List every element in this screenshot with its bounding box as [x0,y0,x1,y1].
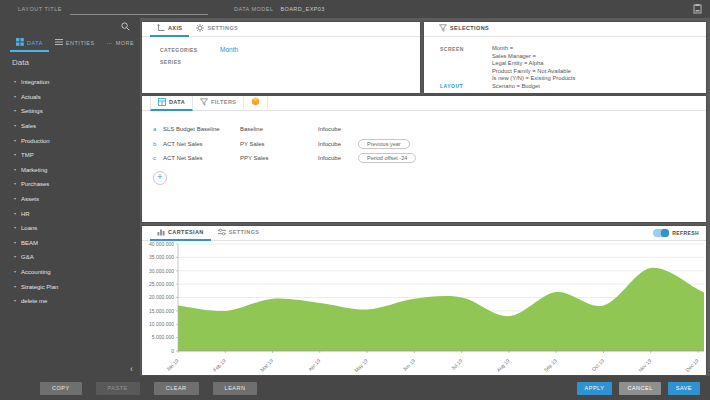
sidebar-item-production[interactable]: ▾Production [0,133,140,148]
svg-text:Oct 19: Oct 19 [591,357,606,372]
svg-text:Sep 19: Sep 19 [542,357,558,373]
svg-text:Feb 19: Feb 19 [212,357,227,372]
selections-content: SCREEN Month =Sales Manager =Legal Entit… [424,37,706,90]
sidebar-item-beam[interactable]: ▾BEAM [0,236,140,251]
sidebar-item-label: Production [21,138,50,144]
data-block-row[interactable]: bACT Net SalesPY SalesInfocubePrevious y… [153,137,706,152]
chart-panel-header: CARTESIAN SETTINGS REFRESH [142,226,706,241]
block-name: ACT Net Sales [163,155,240,161]
sidebar-item-integration[interactable]: ▾Integration [0,75,140,90]
tab-label: AXIS [168,25,182,31]
sidebar-item-label: HR [21,211,30,217]
apply-button[interactable]: APPLY [577,382,613,395]
sidebar-item-hr[interactable]: ▾HR [0,206,140,221]
svg-text:Dec 19: Dec 19 [684,357,700,373]
tab-label: SETTINGS [207,25,238,31]
selections-panel-header: SELECTIONS [424,22,706,37]
collapse-sidebar-icon[interactable]: ‹ [130,365,133,374]
block-letter: b [153,141,163,147]
funnel-icon [200,98,208,107]
caret-down-icon: ▾ [14,124,16,128]
selections-title: SELECTIONS [432,22,496,37]
caret-down-icon: ▾ [14,168,16,172]
search-icon[interactable] [121,22,130,31]
layout-link[interactable]: LAYOUT [440,83,463,89]
sidebar-item-label: Actuals [21,94,41,100]
svg-text:Jul 19: Jul 19 [450,357,464,371]
learn-button[interactable]: LEARN [213,382,258,395]
data-block-row[interactable]: aSLS Budget BaselineBaselineInfocube [153,122,706,137]
tab-blocks[interactable] [244,96,268,111]
footer-left-buttons: COPYPASTECLEARLEARN [40,382,257,395]
tab-cartesian[interactable]: CARTESIAN [150,226,211,241]
sidebar-tabs: DATA ENTITIES ⋯ MORE [0,35,140,52]
gear-icon [196,24,204,33]
sidebar-item-g-a[interactable]: ▾G&A [0,250,140,265]
sidebar-tab-entities[interactable]: ENTITIES [49,35,101,52]
caret-down-icon: ▾ [14,299,16,303]
cancel-button[interactable]: CANCEL [619,382,660,395]
svg-text:Aug 19: Aug 19 [495,357,511,373]
svg-text:35.000.000: 35.000.000 [149,254,174,260]
tab-axis-settings[interactable]: SETTINGS [189,22,245,37]
sidebar-tab-label: MORE [116,40,135,46]
sidebar-tab-more[interactable]: ⋯ MORE [101,35,141,52]
screenshot-icon[interactable] [693,4,702,14]
save-button[interactable]: SAVE [668,382,700,395]
clear-button[interactable]: CLEAR [154,382,199,395]
svg-text:May 19: May 19 [353,357,369,373]
copy-button[interactable]: COPY [40,382,82,395]
selection-line: Scenario = Budget [492,83,575,91]
sidebar-item-delete-me[interactable]: ▾delete me [0,294,140,309]
axis-content: CATEGORIES Month SERIES [142,37,420,65]
sidebar-item-purchases[interactable]: ▾Purchases [0,177,140,192]
paste-button: PASTE [96,382,140,395]
sidebar-item-sales[interactable]: ▾Sales [0,119,140,134]
refresh-toggle[interactable]: REFRESH [653,229,699,237]
footer-bar: COPYPASTECLEARLEARN APPLYCANCELSAVE [0,376,710,400]
sidebar-item-label: TMP [21,152,34,158]
svg-text:Apr 19: Apr 19 [307,357,322,372]
sidebar-item-actuals[interactable]: ▾Actuals [0,90,140,105]
sidebar-item-label: Assets [21,196,39,202]
layout-title-input[interactable] [70,7,208,15]
sidebar-item-tmp[interactable]: ▾TMP [0,148,140,163]
block-time-function-pill[interactable]: Previous year [358,139,410,149]
svg-text:15.000.000: 15.000.000 [149,308,174,314]
block-letter: a [153,126,163,132]
footer-right-buttons: APPLYCANCELSAVE [577,382,700,395]
funnel-icon [439,24,447,33]
sidebar-item-strategic-plan[interactable]: ▾Strategic Plan [0,279,140,294]
caret-down-icon: ▾ [14,153,16,157]
tab-label: FILTERS [211,99,236,105]
caret-down-icon: ▾ [14,226,16,230]
tab-filters[interactable]: FILTERS [193,96,244,111]
data-block-row[interactable]: cACT Net SalesPPY SalesInfocubePeriod of… [153,151,706,166]
sidebar-item-marketing[interactable]: ▾Marketing [0,163,140,178]
caret-down-icon: ▾ [14,80,16,84]
categories-value[interactable]: Month [220,46,238,53]
sidebar-item-list: ▾Integration▾Actuals▾Settings▾Sales▾Prod… [0,75,140,309]
block-letter: c [153,155,163,161]
tab-chart-settings[interactable]: SETTINGS [211,226,267,241]
block-source: Infocube [318,141,358,147]
sidebar-item-loans[interactable]: ▾Loans [0,221,140,236]
sidebar-item-assets[interactable]: ▾Assets [0,192,140,207]
sidebar-item-accounting[interactable]: ▾Accounting [0,265,140,280]
svg-text:40.000.000: 40.000.000 [149,241,174,247]
add-block-button[interactable]: + [153,171,167,185]
sidebar-tab-data[interactable]: DATA [10,35,49,52]
sidebar-tab-label: ENTITIES [66,40,95,46]
block-time-function-pill[interactable]: Period offset -24 [358,153,416,163]
sidebar-item-settings[interactable]: ▾Settings [0,104,140,119]
tab-axis[interactable]: AXIS [150,22,189,37]
block-source: Infocube [318,126,358,132]
block-name: SLS Budget Baseline [163,126,240,132]
list-icon [55,38,63,47]
block-alias: PY Sales [240,141,318,147]
grid-icon [16,38,24,47]
data-model-value: BOARD_EXP03 [281,6,325,12]
table-icon [158,98,166,107]
tab-data[interactable]: DATA [150,96,193,111]
app-window: LAYOUT TITLE DATA MODEL BOARD_EXP03 DATA… [0,0,710,400]
